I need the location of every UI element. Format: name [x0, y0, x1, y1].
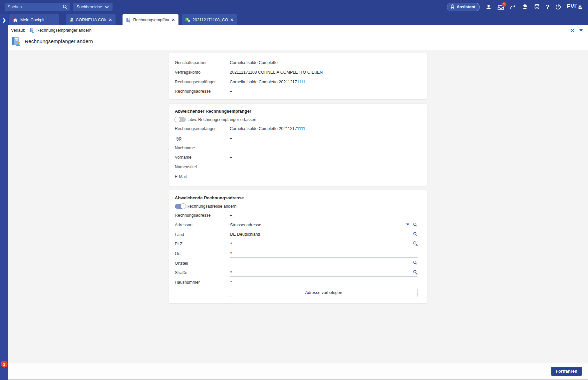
value-help-icon[interactable] [413, 241, 418, 246]
district-field [230, 259, 418, 267]
zip-input[interactable] [234, 240, 411, 247]
summary-row: Vertragskonto 202112171108 CORNELIA COMP… [169, 68, 427, 77]
house-number-input[interactable] [234, 279, 321, 286]
section-title: Abweichender Rechnungsempfänger [169, 104, 427, 115]
field-value: – [230, 174, 232, 179]
invoice-recipient-link[interactable]: Cornelia Isolde Completto 202112171111 [230, 126, 305, 131]
dropdown-caret-icon[interactable] [406, 223, 410, 226]
home-icon [13, 17, 18, 23]
address-type-input[interactable] [230, 221, 404, 228]
history-breadcrumb: Verlauf: Rechnungsempfänger ändern ✕ [8, 25, 588, 35]
required-marker: * [230, 270, 234, 275]
field-value: – [230, 136, 232, 141]
main-area: Verlauf: Rechnungsempfänger ändern ✕ Rec… [8, 25, 588, 380]
close-tab-icon[interactable]: ✕ [171, 18, 175, 22]
field-row: Rechnungsadresse – [169, 211, 427, 220]
database-icon[interactable] [534, 4, 540, 10]
history-entry[interactable]: Rechnungsempfänger ändern [29, 28, 91, 33]
field-label: Land [175, 232, 230, 237]
field-row: Ortsteil [169, 258, 427, 268]
history-entry-label: Rechnungsempfänger ändern [36, 28, 91, 33]
tab-label: 202112171108, COR... [192, 18, 228, 22]
field-row: PLZ * [169, 239, 427, 249]
district-input[interactable] [230, 260, 411, 267]
field-row: Namenstitel – [169, 162, 427, 172]
house-number-field: * [230, 279, 321, 286]
assistant-button[interactable]: Assistent [447, 3, 480, 11]
tab-label: CORNELIA COMPLET... [76, 18, 106, 22]
street-input[interactable] [234, 269, 411, 276]
field-row: Land [169, 230, 427, 239]
contract-account-icon: $ [185, 17, 190, 23]
svg-text:$: $ [186, 18, 188, 21]
search-input[interactable] [5, 5, 60, 9]
redo-icon[interactable] [510, 4, 516, 10]
alt-recipient-toggle[interactable] [175, 117, 186, 122]
search-icon[interactable] [60, 3, 70, 11]
field-row: Typ – [169, 134, 427, 143]
history-dropdown-icon[interactable] [579, 29, 583, 31]
prefill-address-button[interactable]: Adresse vorbelegen [230, 289, 418, 297]
continue-button[interactable]: Fortfahren [551, 367, 582, 376]
tab-business-partner[interactable]: CORNELIA COMPLET... ✕ [66, 14, 116, 25]
alt-address-toggle[interactable] [175, 204, 186, 209]
global-search[interactable] [5, 3, 70, 11]
field-value: – [230, 155, 232, 160]
lighthouse-icon [450, 4, 455, 10]
field-value: – [230, 89, 232, 94]
summary-row: Rechnungsadresse – [169, 87, 427, 96]
search-icon[interactable] [413, 232, 418, 236]
expand-sidebar-icon[interactable]: ❯ [0, 17, 8, 23]
country-input[interactable] [230, 231, 411, 238]
value-help-icon[interactable] [413, 260, 418, 265]
field-label: Rechnungsadresse [175, 213, 230, 218]
business-partner-link[interactable]: Cornelia Isolde Completto [230, 60, 278, 65]
page-header: Verlauf: Rechnungsempfänger ändern ✕ Rec… [8, 25, 588, 50]
value-help-icon[interactable] [413, 270, 418, 275]
required-marker: * [230, 251, 234, 256]
brand-logo: EVI° [567, 4, 583, 10]
search-icon[interactable] [413, 222, 418, 227]
country-field [230, 231, 418, 238]
required-marker: * [230, 242, 234, 246]
field-label: PLZ [175, 242, 230, 246]
field-label: Rechnungsadresse [175, 89, 230, 94]
field-row: E-Mail – [169, 172, 427, 181]
section-title: Abweichende Rechnungsadresse [169, 190, 427, 202]
inbox-icon[interactable]: 1 [497, 4, 504, 10]
footer-bar: Fortfahren [8, 363, 588, 380]
field-label: Rechnungsempfänger [175, 126, 230, 131]
toggle-label: abw. Rechnungsempfänger erfassen [188, 117, 256, 122]
logout-power-icon[interactable] [555, 4, 561, 10]
alt-address-toggle-row: Rechnungsadresse ändern [169, 202, 427, 211]
field-row: Adressart [169, 220, 427, 230]
house-number-fields: * [230, 279, 418, 286]
close-page-icon[interactable]: ✕ [570, 28, 574, 33]
close-tab-icon[interactable]: ✕ [230, 18, 234, 22]
summary-card: Geschäftspartner Cornelia Isolde Complet… [169, 53, 427, 99]
business-partner-icon [70, 17, 73, 23]
house-number-suffix-field [326, 279, 418, 286]
tab-rechnungsempfaenger[interactable]: Rechnungsempfäng... ✕ [123, 14, 178, 25]
toggle-label: Rechnungsadresse ändern [186, 204, 236, 209]
invoice-recipient-link[interactable]: Cornelia Isolde Completto 202112171111 [230, 80, 305, 84]
page-body: Geschäftspartner Cornelia Isolde Complet… [8, 50, 588, 363]
field-label: Ort [175, 251, 230, 256]
notification-badge[interactable]: 1 [1, 361, 8, 368]
house-number-suffix-input[interactable] [326, 279, 418, 286]
contract-account-link[interactable]: 202112171108 CORNELIA COMPLETTO GIEßEN [230, 70, 323, 75]
street-field: * [230, 269, 418, 277]
alt-address-card: Abweichende Rechnungsadresse Rechnungsad… [169, 190, 427, 303]
user-icon[interactable] [485, 4, 492, 10]
invoice-recipient-icon [126, 17, 131, 23]
support-agent-icon[interactable] [522, 4, 528, 10]
search-scopes-button[interactable]: Suchbereiche [73, 3, 113, 11]
tab-contract-account[interactable]: $ 202112171108, COR... ✕ [182, 14, 237, 25]
brand-mark: ° [576, 4, 578, 7]
field-row: Nachname – [169, 143, 427, 153]
close-tab-icon[interactable]: ✕ [109, 18, 112, 22]
sailboat-icon [578, 4, 583, 10]
help-icon[interactable]: ? [546, 4, 549, 10]
tab-mein-cockpit[interactable]: Mein Cockpit [9, 14, 59, 25]
city-input[interactable] [234, 250, 418, 257]
